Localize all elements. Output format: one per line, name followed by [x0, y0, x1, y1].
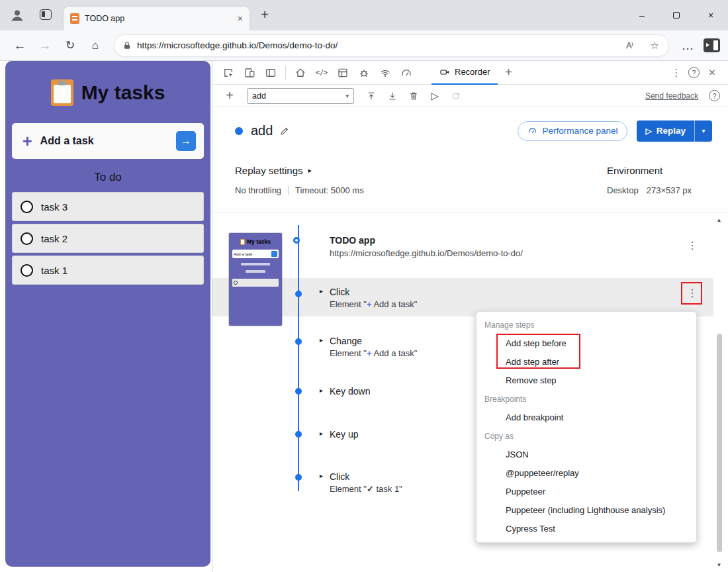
environment-values: Desktop 273×537 px	[607, 185, 692, 195]
menu-item-copy-puppeteer-replay[interactable]: @puppeteer/replay	[477, 464, 696, 483]
scroll-down-icon[interactable]: ▼	[714, 562, 724, 568]
back-button[interactable]: ←	[8, 34, 32, 58]
menu-item-add-breakpoint[interactable]: Add breakpoint	[477, 408, 696, 427]
inspect-icon[interactable]	[218, 64, 239, 82]
send-feedback-link[interactable]: Send feedback	[645, 91, 698, 101]
performance-gauge-icon[interactable]	[396, 64, 417, 82]
add-task-submit-button[interactable]: →	[176, 131, 196, 151]
sources-icon[interactable]: </>	[311, 64, 332, 82]
workspaces-icon[interactable]	[40, 9, 52, 20]
step-action[interactable]: Key up	[330, 428, 359, 441]
scrollbar-thumb[interactable]	[717, 334, 722, 552]
browser-tab[interactable]: TODO app ×	[64, 7, 250, 30]
clipboard-icon	[240, 239, 245, 245]
environment-label: Environment	[607, 165, 662, 176]
minimize-button[interactable]: –	[625, 0, 659, 30]
chevron-down-icon: ▾	[345, 93, 349, 99]
menu-item-copy-json[interactable]: JSON	[477, 446, 696, 464]
favorites-star-icon[interactable]: ☆	[645, 36, 664, 56]
home-button[interactable]: ⌂	[83, 34, 107, 58]
step-action[interactable]: Change	[330, 334, 362, 348]
step-action[interactable]: Click	[330, 470, 349, 483]
menu-item-add-step-before[interactable]: Add step before	[477, 334, 696, 353]
divider	[288, 186, 289, 195]
window-controls: – ×	[625, 0, 728, 30]
expand-step-icon[interactable]: ▸	[320, 387, 323, 394]
menu-item-copy-puppeteer-lighthouse[interactable]: Puppeteer (including Lighthouse analysis…	[477, 501, 696, 520]
thumbnail-add-task-label: Add a task	[234, 252, 252, 256]
layout-panel-icon[interactable]	[260, 64, 281, 82]
new-tab-button[interactable]: +	[257, 7, 273, 23]
expand-step-icon[interactable]: ▸	[320, 336, 323, 344]
recording-select[interactable]: add ▾	[247, 88, 354, 104]
network-wifi-icon[interactable]	[375, 64, 396, 82]
bug-icon[interactable]	[353, 64, 375, 82]
edit-name-pencil-icon[interactable]	[279, 126, 290, 136]
expand-step-icon[interactable]: ▸	[320, 287, 323, 295]
step-action[interactable]: Click	[330, 285, 349, 299]
add-tool-icon[interactable]: +	[498, 64, 519, 82]
menu-item-add-step-after[interactable]: Add step after	[477, 353, 696, 371]
task-row[interactable]: task 1	[12, 256, 204, 285]
step-element: Element "✓ task 1"	[330, 483, 402, 496]
new-recording-button[interactable]: +	[220, 87, 239, 105]
task-checkbox[interactable]	[21, 264, 33, 277]
add-task-row[interactable]: + Add a task →	[12, 123, 204, 159]
address-bar[interactable]: https://microsoftedge.github.io/Demos/de…	[114, 34, 669, 57]
task-row[interactable]: task 2	[12, 224, 204, 253]
task-row[interactable]: task 3	[12, 192, 204, 221]
recording-name: add	[251, 123, 273, 138]
replay-options-caret[interactable]: ▾	[694, 120, 712, 142]
profile-icon[interactable]	[9, 7, 25, 23]
task-label: task 2	[41, 233, 68, 244]
performance-panel-button[interactable]: Performance panel	[518, 121, 627, 141]
plus-icon: +	[23, 133, 32, 150]
devtools-close-icon[interactable]: ×	[705, 66, 719, 79]
expand-step-icon[interactable]: ▸	[320, 472, 323, 479]
read-aloud-icon[interactable]: A⁾	[619, 36, 639, 56]
tab-close-icon[interactable]: ×	[238, 13, 243, 24]
forward-button[interactable]: →	[33, 34, 57, 58]
panel-grid-icon[interactable]	[332, 64, 353, 82]
menu-item-remove-step[interactable]: Remove step	[477, 371, 696, 390]
webpage: My tasks + Add a task → To do task 3 tas…	[0, 61, 212, 572]
scrollbar[interactable]: ▲ ▼	[714, 216, 724, 569]
menu-item-copy-puppeteer[interactable]: Puppeteer	[477, 483, 696, 501]
step-action[interactable]: Key down	[330, 385, 370, 398]
play-icon[interactable]: ▷	[426, 87, 444, 105]
replay-settings-toggle[interactable]: Replay settings ▸	[235, 165, 312, 176]
step-nav-title[interactable]: TODO app	[330, 235, 375, 246]
replay-split-button: ▷ Replay ▾	[637, 120, 712, 142]
close-window-button[interactable]: ×	[694, 0, 728, 30]
task-checkbox[interactable]	[21, 232, 33, 245]
import-recording-icon[interactable]	[362, 87, 381, 105]
scroll-up-icon[interactable]: ▲	[714, 217, 724, 223]
delete-recording-icon[interactable]	[404, 87, 423, 105]
export-recording-icon[interactable]	[383, 87, 402, 105]
url-text[interactable]: https://microsoftedge.github.io/Demos/de…	[137, 40, 614, 50]
device-emulation-icon[interactable]	[239, 64, 260, 82]
add-task-label[interactable]: Add a task	[40, 135, 168, 147]
devtools-help-icon[interactable]: ?	[688, 67, 700, 78]
site-info-lock-icon[interactable]	[122, 41, 132, 50]
step-menu-kebab-icon[interactable]: ⋮	[685, 238, 700, 253]
welcome-home-icon[interactable]	[290, 64, 311, 82]
menu-item-copy-cypress[interactable]: Cypress Test	[477, 520, 696, 538]
expand-step-icon[interactable]: ▸	[320, 430, 323, 437]
steps-timeline: My tasks Add a task TODO app https://mic…	[212, 213, 728, 572]
tab-recorder[interactable]: Recorder	[432, 61, 498, 85]
sidebar-toggle-icon[interactable]	[704, 38, 720, 52]
step-menu-kebab-icon[interactable]: ⋮	[685, 286, 700, 301]
replay-settings-summary: No throttling Timeout: 5000 ms	[235, 185, 364, 195]
maximize-button[interactable]	[659, 0, 694, 30]
refresh-button[interactable]: ↻	[58, 34, 82, 58]
replay-button[interactable]: ▷ Replay	[637, 120, 694, 142]
devtools-tab-bar: </> Recorder + ⋮ ? ×	[212, 61, 728, 85]
task-label: task 1	[41, 265, 68, 276]
settings-more-icon[interactable]: …	[676, 34, 700, 58]
recorder-help-icon[interactable]: ?	[709, 90, 720, 101]
task-checkbox[interactable]	[21, 201, 33, 213]
recording-header: add Performance panel ▷ Replay ▾	[212, 107, 728, 154]
devtools-menu-icon[interactable]: ⋮	[670, 67, 682, 79]
device-value: Desktop	[607, 185, 639, 195]
